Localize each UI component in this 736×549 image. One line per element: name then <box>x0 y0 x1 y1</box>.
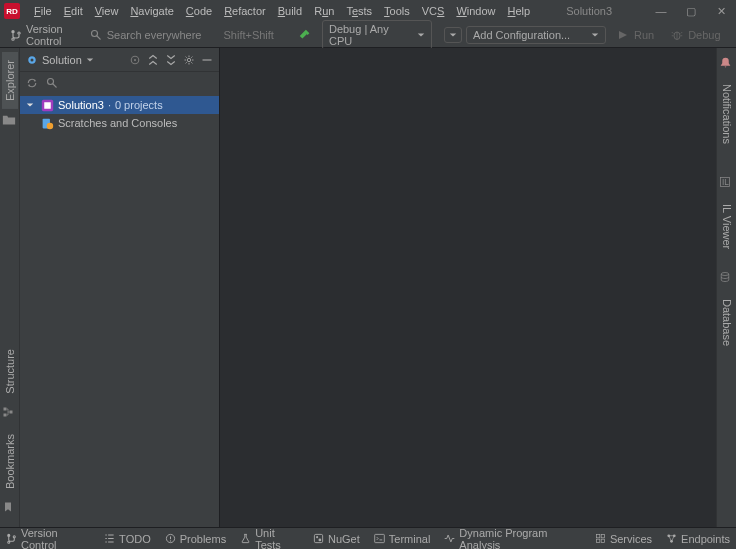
run-label: Run <box>634 29 654 41</box>
config-label: Debug | Any CPU <box>329 23 413 47</box>
build-config-dropdown[interactable]: Debug | Any CPU <box>322 20 432 50</box>
status-services[interactable]: Services <box>595 533 652 545</box>
sync-tree-button[interactable] <box>26 77 38 89</box>
status-nuget-label: NuGet <box>328 533 360 545</box>
svg-line-5 <box>681 32 683 34</box>
search-placeholder: Search everywhere <box>107 29 202 41</box>
right-tool-strip: Notifications IL IL Viewer Database <box>716 48 736 527</box>
menu-run[interactable]: Run <box>308 3 340 19</box>
chevron-down-icon <box>417 31 425 39</box>
svg-line-1 <box>96 35 100 39</box>
window-close-button[interactable]: ✕ <box>706 0 736 22</box>
chevron-down-icon <box>86 56 94 64</box>
debug-button[interactable]: Debug <box>664 26 726 44</box>
svg-point-27 <box>721 273 729 276</box>
svg-point-0 <box>91 30 97 36</box>
run-config-picker[interactable] <box>444 27 462 43</box>
status-services-label: Services <box>610 533 652 545</box>
play-icon <box>616 28 630 42</box>
tab-explorer[interactable]: Explorer <box>2 52 18 109</box>
hide-panel-button[interactable] <box>201 54 213 66</box>
tree-scratches[interactable]: Scratches and Consoles <box>20 114 219 132</box>
menu-tests[interactable]: Tests <box>340 3 378 19</box>
search-shortcut-hint: Shift+Shift <box>223 29 273 41</box>
folder-icon[interactable] <box>2 113 18 129</box>
window-minimize-button[interactable]: — <box>646 0 676 22</box>
menu-build[interactable]: Build <box>272 3 308 19</box>
status-vcs[interactable]: Version Control <box>6 527 90 550</box>
tab-database[interactable]: Database <box>719 291 735 354</box>
status-todo[interactable]: TODO <box>104 533 151 545</box>
tab-il-viewer[interactable]: IL Viewer <box>719 196 735 257</box>
main-toolbar: Version Control Search everywhere Shift+… <box>0 22 736 48</box>
vcs-toolbar-button[interactable]: Version Control <box>4 21 71 49</box>
tab-structure[interactable]: Structure <box>2 341 18 402</box>
chevron-down-icon <box>449 31 457 39</box>
tab-bookmarks[interactable]: Bookmarks <box>2 426 18 497</box>
menu-refactor[interactable]: Refactor <box>218 3 272 19</box>
menu-code[interactable]: Code <box>180 3 218 19</box>
explorer-header: Solution <box>20 48 219 72</box>
svg-text:IL: IL <box>722 178 729 187</box>
status-nuget[interactable]: NuGet <box>313 533 360 545</box>
terminal-icon <box>374 533 385 544</box>
status-todo-label: TODO <box>119 533 151 545</box>
menu-view[interactable]: View <box>89 3 125 19</box>
menu-vcs[interactable]: VCS <box>416 3 451 19</box>
status-problems[interactable]: Problems <box>165 533 226 545</box>
database-icon[interactable] <box>719 271 735 287</box>
find-button[interactable] <box>46 77 58 89</box>
svg-rect-31 <box>314 534 322 542</box>
explorer-subtoolbar <box>20 72 219 94</box>
status-endpoints[interactable]: Endpoints <box>666 533 730 545</box>
search-icon <box>89 28 103 42</box>
svg-line-4 <box>672 32 674 34</box>
services-icon <box>595 533 606 544</box>
svg-point-17 <box>187 58 190 61</box>
menu-help[interactable]: Help <box>502 3 537 19</box>
collapse-all-button[interactable] <box>165 54 177 66</box>
status-problems-label: Problems <box>180 533 226 545</box>
debug-label: Debug <box>688 29 720 41</box>
explorer-panel: Solution <box>20 48 220 527</box>
status-dpa[interactable]: Dynamic Program Analysis <box>444 527 581 550</box>
search-everywhere[interactable]: Search everywhere Shift+Shift <box>83 26 280 44</box>
add-configuration-dropdown[interactable]: Add Configuration... <box>466 26 606 44</box>
run-button[interactable]: Run <box>610 26 660 44</box>
status-terminal[interactable]: Terminal <box>374 533 431 545</box>
build-button[interactable] <box>292 26 318 44</box>
editor-area[interactable] <box>220 48 716 527</box>
il-icon[interactable]: IL <box>719 176 735 192</box>
menu-edit[interactable]: Edit <box>58 3 89 19</box>
structure-icon <box>2 406 18 422</box>
more-actions-button[interactable] <box>731 26 736 44</box>
svg-rect-13 <box>3 413 6 416</box>
svg-rect-35 <box>596 534 599 537</box>
menu-window[interactable]: Window <box>450 3 501 19</box>
menu-bar: RD File Edit View Navigate Code Refactor… <box>0 0 736 22</box>
tree-root-solution[interactable]: Solution3 · 0 projects <box>20 96 219 114</box>
add-config-label: Add Configuration... <box>473 29 570 41</box>
status-unit-tests[interactable]: Unit Tests <box>240 527 299 550</box>
flask-icon <box>240 533 251 544</box>
solution-node-icon <box>40 98 54 112</box>
title-solution: Solution3 <box>566 5 612 17</box>
svg-rect-12 <box>3 407 6 410</box>
tab-notifications[interactable]: Notifications <box>719 76 735 152</box>
endpoints-icon <box>666 533 677 544</box>
svg-point-19 <box>48 79 54 85</box>
menu-tools[interactable]: Tools <box>378 3 416 19</box>
app-logo: RD <box>4 3 20 19</box>
chevron-down-icon <box>26 101 34 109</box>
svg-rect-38 <box>601 539 604 542</box>
explorer-view-dropdown[interactable]: Solution <box>26 54 94 66</box>
expand-all-button[interactable] <box>147 54 159 66</box>
list-icon <box>104 533 115 544</box>
menu-file[interactable]: File <box>28 3 58 19</box>
locate-button[interactable] <box>129 54 141 66</box>
solution-icon <box>26 54 38 66</box>
bell-icon[interactable] <box>719 56 735 72</box>
explorer-gear-button[interactable] <box>183 54 195 66</box>
menu-navigate[interactable]: Navigate <box>124 3 179 19</box>
window-maximize-button[interactable]: ▢ <box>676 0 706 22</box>
